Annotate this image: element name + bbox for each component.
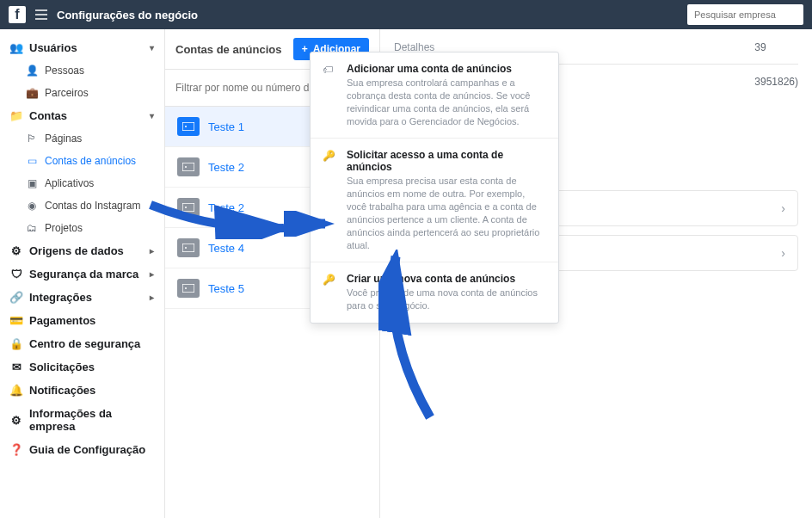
facebook-logo[interactable]: f — [9, 6, 26, 23]
chevron-right-icon: › — [781, 201, 785, 215]
requests-icon: ✉ — [10, 361, 22, 373]
svg-point-9 — [185, 287, 187, 289]
account-column-title: Contas de anúncios — [175, 43, 282, 56]
sidebar-label: Contas de anúncios — [45, 155, 136, 167]
dropdown-option[interactable]: 🏷Adicionar uma conta de anúnciosSua empr… — [311, 52, 558, 139]
sidebar-section-requests[interactable]: ✉Solicitações — [3, 355, 161, 379]
sidebar-label: Parceiros — [45, 87, 89, 99]
sidebar-label: Guia de Configuração — [29, 443, 145, 456]
chevron-right-icon: ▸ — [150, 246, 154, 256]
guide-icon: ❓ — [10, 444, 22, 456]
svg-rect-0 — [182, 122, 194, 131]
plus-icon: + — [302, 43, 308, 55]
key-icon: 🔑 — [323, 274, 338, 289]
sidebar-label: Aplicativos — [45, 177, 94, 189]
svg-rect-2 — [182, 163, 194, 171]
sidebar-label: Notificações — [29, 384, 95, 397]
search-container — [687, 4, 803, 25]
users-icon: 👥 — [10, 42, 22, 54]
chevron-right-icon: ▸ — [150, 269, 154, 279]
sidebar-section-users[interactable]: 👥Usuários▾ — [3, 36, 161, 59]
sidebar-label: Usuários — [29, 41, 77, 54]
dropdown-option[interactable]: 🔑Criar uma nova conta de anúnciosVocê pr… — [311, 262, 558, 323]
ad-icon: ▭ — [26, 155, 38, 167]
ad-account-icon — [177, 157, 200, 176]
dropdown-option-desc: Você precisa de uma nova conta de anúnci… — [347, 287, 546, 312]
svg-point-5 — [185, 207, 187, 208]
sidebar-label: Contas — [29, 109, 67, 122]
sidebar-label: Origens de dados — [29, 244, 124, 257]
sidebar-section-datasource[interactable]: ⚙Origens de dados▸ — [3, 239, 161, 262]
tag-icon: 🏷 — [323, 64, 338, 79]
sidebar-label: Informações da empresa — [29, 407, 154, 433]
sidebar-item-person[interactable]: 👤Pessoas — [3, 59, 161, 82]
svg-point-1 — [185, 126, 187, 127]
dropdown-option[interactable]: 🔑Solicitar acesso a uma conta de anúncio… — [311, 139, 558, 262]
sidebar-section-integration[interactable]: 🔗Integrações▸ — [3, 286, 161, 309]
sidebar: 👥Usuários▾👤Pessoas💼Parceiros📁Contas▾🏳Pág… — [0, 29, 165, 518]
account-item-label: Teste 1 — [208, 120, 244, 133]
sidebar-item-app[interactable]: ▣Aplicativos — [3, 172, 161, 194]
sidebar-section-lock[interactable]: 🔒Centro de segurança — [3, 332, 161, 355]
dropdown-option-desc: Sua empresa precisa usar esta conta de a… — [347, 175, 546, 251]
add-dropdown: 🏷Adicionar uma conta de anúnciosSua empr… — [310, 52, 559, 324]
account-item-label: Teste 4 — [208, 242, 244, 255]
sidebar-label: Solicitações — [29, 361, 95, 373]
sidebar-item-flag[interactable]: 🏳Páginas — [3, 127, 161, 150]
integration-icon: 🔗 — [10, 292, 22, 304]
account-item-label: Teste 5 — [208, 282, 244, 295]
chevron-right-icon: › — [781, 246, 785, 260]
dropdown-option-title: Adicionar uma conta de anúncios — [347, 63, 546, 75]
partial-id-text: 39 3951826) — [741, 29, 812, 100]
sidebar-label: Integrações — [29, 291, 92, 304]
sidebar-section-guide[interactable]: ❓Guia de Configuração — [3, 438, 161, 461]
hamburger-icon[interactable] — [34, 8, 48, 22]
sidebar-section-folder[interactable]: 📁Contas▾ — [3, 104, 161, 127]
project-icon: 🗂 — [26, 222, 38, 234]
dropdown-option-title: Criar uma nova conta de anúncios — [347, 273, 546, 285]
sidebar-item-ad[interactable]: ▭Contas de anúncios — [3, 150, 161, 172]
ad-account-icon — [177, 238, 200, 257]
chevron-down-icon: ▾ — [150, 43, 154, 52]
search-input[interactable] — [687, 4, 803, 25]
ad-account-icon — [177, 198, 200, 217]
svg-point-7 — [185, 247, 187, 249]
sidebar-section-shield[interactable]: 🛡Segurança da marca▸ — [3, 262, 161, 286]
key-icon: 🔑 — [323, 150, 338, 165]
sidebar-item-instagram[interactable]: ◉Contas do Instagram — [3, 194, 161, 217]
sidebar-section-bell[interactable]: 🔔Notificações — [3, 379, 161, 402]
svg-rect-6 — [182, 244, 194, 252]
sidebar-label: Contas do Instagram — [45, 200, 140, 212]
payments-icon: 💳 — [10, 315, 22, 327]
account-item-label: Teste 2 — [208, 161, 244, 174]
svg-rect-8 — [182, 284, 194, 293]
svg-rect-4 — [182, 203, 194, 212]
dropdown-option-desc: Sua empresa controlará campanhas e a cob… — [347, 77, 546, 127]
sidebar-label: Pessoas — [45, 65, 84, 77]
sidebar-label: Projetos — [45, 222, 83, 234]
chevron-down-icon: ▾ — [150, 111, 154, 120]
sidebar-section-payments[interactable]: 💳Pagamentos — [3, 309, 161, 332]
sidebar-label: Pagamentos — [29, 314, 95, 327]
person-icon: 👤 — [26, 65, 38, 77]
gear-icon: ⚙ — [10, 414, 22, 426]
folder-icon: 📁 — [10, 110, 22, 122]
sidebar-label: Segurança da marca — [29, 268, 138, 281]
topbar-title: Configurações do negócio — [57, 9, 198, 22]
sidebar-item-project[interactable]: 🗂Projetos — [3, 217, 161, 239]
topbar: f Configurações do negócio — [0, 0, 812, 29]
chevron-right-icon: ▸ — [150, 293, 154, 302]
sidebar-section-gear[interactable]: ⚙Informações da empresa — [3, 402, 161, 438]
sidebar-item-briefcase[interactable]: 💼Parceiros — [3, 82, 161, 104]
ad-account-icon — [177, 279, 200, 298]
account-item-label: Teste 2 — [208, 201, 244, 214]
sidebar-label: Centro de segurança — [29, 337, 140, 350]
instagram-icon: ◉ — [26, 200, 38, 212]
sidebar-label: Páginas — [45, 133, 82, 145]
app-icon: ▣ — [26, 177, 38, 189]
dropdown-option-title: Solicitar acesso a uma conta de anúncios — [347, 149, 546, 173]
datasource-icon: ⚙ — [10, 245, 22, 257]
shield-icon: 🛡 — [10, 268, 22, 281]
briefcase-icon: 💼 — [26, 87, 38, 99]
svg-point-3 — [185, 166, 187, 168]
